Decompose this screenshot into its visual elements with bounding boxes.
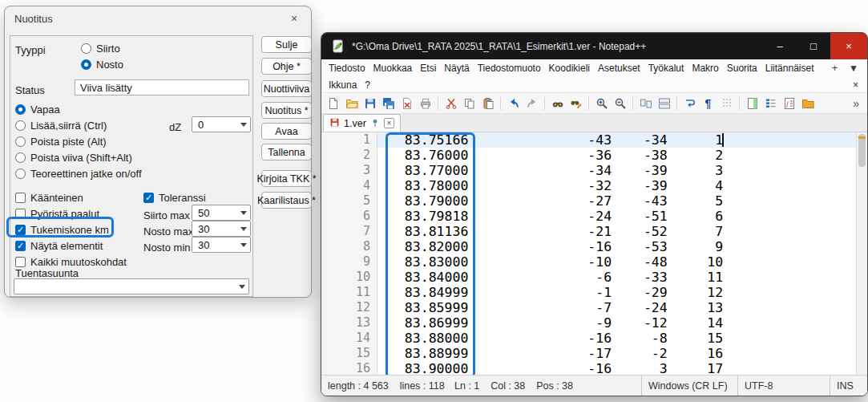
editor-line[interactable]: 4 83.78000 -32 -39 4 <box>321 178 856 193</box>
radio-vapaa[interactable]: Vapaa <box>15 102 60 116</box>
pin-icon[interactable] <box>370 116 380 131</box>
editor-line[interactable]: 2 83.76000 -36 -38 2 <box>321 148 856 163</box>
indent-guide-icon[interactable] <box>718 95 735 112</box>
editor-line[interactable]: 10 83.84000 -6 -33 11 <box>321 270 856 285</box>
editor-line[interactable]: 6 83.79818 -24 -51 6 <box>321 209 856 224</box>
copy-icon[interactable] <box>461 95 478 112</box>
radio-teoreettinen-jatke[interactable]: Teoreettinen jatke on/off <box>15 166 142 181</box>
dialog-titlebar[interactable]: Nuotitus × <box>5 6 311 30</box>
close-button[interactable]: × <box>830 33 867 59</box>
function-list-icon[interactable]: f <box>781 95 797 112</box>
avaa-button[interactable]: Avaa <box>261 123 312 140</box>
sync-scroll-v-icon[interactable] <box>637 95 654 112</box>
new-file-icon[interactable] <box>325 95 341 112</box>
menu-help[interactable]: ? <box>361 79 374 91</box>
editor-line[interactable]: 14 83.88000 -16 -8 15 <box>321 331 856 346</box>
editor-line[interactable]: 7 83.81136 -21 -52 7 <box>321 224 856 239</box>
show-symbols-icon[interactable]: ¶ <box>700 95 717 112</box>
undo-icon[interactable] <box>505 95 522 112</box>
menu-liitannaiset[interactable]: Liitännäiset <box>761 63 818 74</box>
sync-scroll-h-icon[interactable] <box>656 95 672 112</box>
menu-tyokalut[interactable]: Työkalut <box>644 63 688 74</box>
nosto-min-combobox[interactable]: 30 <box>192 237 251 253</box>
nuotitus-button[interactable]: Nuotitus * <box>261 102 312 119</box>
radio-siirto[interactable]: Siirto <box>81 41 120 55</box>
zoom-in-icon[interactable] <box>593 95 610 112</box>
editor-line[interactable]: 15 83.88999 -17 -2 16 <box>321 346 856 361</box>
kaarilistaus-button[interactable]: Kaarilistaus * <box>261 192 312 209</box>
checkbox-kaanteinen[interactable]: Käänteinen <box>15 190 83 205</box>
vertical-scrollbar[interactable] <box>856 132 867 375</box>
redo-icon[interactable] <box>523 95 540 112</box>
close-file-icon[interactable] <box>398 95 415 112</box>
nosto-max-combobox[interactable]: 30 <box>192 221 251 237</box>
paste-icon[interactable] <box>479 95 496 112</box>
menu-koodikieli[interactable]: Koodikieli <box>545 63 594 74</box>
open-file-icon[interactable] <box>343 95 360 112</box>
editor-line[interactable]: 11 83.84999 -1 -29 12 <box>321 285 856 300</box>
tallenna-button[interactable]: Tallenna <box>261 144 312 160</box>
editor-line[interactable]: 1 83.75166 -43 -34 1 <box>321 132 856 148</box>
radio-lisaa-siirra[interactable]: Lisää,siirrä (Ctrl) <box>15 118 107 132</box>
minimize-button[interactable]: – <box>763 33 797 59</box>
radio-label: Vapaa <box>30 104 60 116</box>
new-tab-button[interactable]: + <box>826 63 843 74</box>
menu-tiedostomuoto[interactable]: Tiedostomuoto <box>474 63 545 74</box>
status-encoding[interactable]: UTF-8 <box>737 376 830 396</box>
nuottiviiva-button[interactable]: Nuottiviiva <box>261 80 312 97</box>
doc-list-icon[interactable] <box>762 95 779 112</box>
menu-asetukset[interactable]: Asetukset <box>594 63 644 74</box>
editor-line[interactable]: 13 83.86999 -9 -12 14 <box>321 315 856 331</box>
editor-area[interactable]: 1 83.75166 -43 -34 1 2 83.76000 -36 -38 … <box>321 132 867 375</box>
dialog-close-icon[interactable]: × <box>287 11 301 26</box>
titlebar[interactable]: *G:\Oma Drive\1_RATA 2025\1_RATA\1_Esime… <box>321 33 867 59</box>
close-tab-icon[interactable]: × <box>847 79 864 91</box>
menu-ikkuna[interactable]: Ikkuna <box>325 79 361 91</box>
editor-line[interactable]: 8 83.82000 -16 -53 9 <box>321 239 856 254</box>
menu-muokkaa[interactable]: Muokkaa <box>369 63 417 74</box>
word-wrap-icon[interactable] <box>681 95 698 112</box>
dz-combobox[interactable]: 0 <box>192 116 251 132</box>
menu-etsi[interactable]: Etsi <box>416 63 440 74</box>
menu-makro[interactable]: Makro <box>688 63 722 74</box>
editor-line[interactable]: 5 83.79000 -27 -43 5 <box>321 193 856 209</box>
radio-poista-viiva[interactable]: Poista viiva (Shift+Alt) <box>15 150 132 164</box>
tab-list-icon[interactable]: ▼ <box>843 63 864 74</box>
checkbox-tukemiskone-km[interactable]: Tukemiskone km <box>15 222 109 237</box>
save-all-icon[interactable] <box>380 95 397 112</box>
save-icon[interactable] <box>361 95 378 112</box>
maximize-button[interactable]: □ <box>797 33 830 59</box>
toolbar-overflow-icon[interactable]: » <box>848 97 864 110</box>
siirto-max-combobox[interactable]: 50 <box>192 205 251 221</box>
tab-close-icon[interactable]: × <box>384 118 394 128</box>
radio-poista-piste[interactable]: Poista piste (Alt) <box>15 134 107 148</box>
replace-icon[interactable] <box>567 95 584 112</box>
menu-nayta[interactable]: Näytä <box>440 63 473 74</box>
folder-workspace-icon[interactable] <box>799 95 816 112</box>
cut-icon[interactable] <box>442 95 459 112</box>
window-controls: – □ × <box>763 33 867 59</box>
print-icon[interactable] <box>417 95 434 112</box>
editor-line[interactable]: 12 83.85999 -7 -24 13 <box>321 300 856 315</box>
sulje-button[interactable]: Sulje <box>261 36 312 53</box>
status-eol[interactable]: Windows (CR LF) <box>641 376 737 396</box>
status-insert-mode[interactable]: INS <box>830 376 867 396</box>
find-icon[interactable] <box>549 95 566 112</box>
editor-line[interactable]: 16 83.90000 -16 3 17 <box>321 361 856 375</box>
tab-1ver[interactable]: 1.ver × <box>323 114 401 132</box>
editor-line[interactable]: 9 83.83000 -10 -48 10 <box>321 254 856 270</box>
kirjoita-tkk-button[interactable]: Kirjoita TKK * <box>261 170 312 187</box>
menu-suorita[interactable]: Suorita <box>723 63 761 74</box>
radio-nosto[interactable]: Nosto <box>81 57 123 71</box>
menu-tiedosto[interactable]: Tiedosto <box>325 63 369 74</box>
ohje-button[interactable]: Ohje * <box>261 58 312 75</box>
status-field[interactable]: Viiva lisätty <box>75 79 249 95</box>
editor-line[interactable]: 3 83.77000 -34 -39 3 <box>321 163 856 178</box>
zoom-out-icon[interactable] <box>612 95 628 112</box>
checkbox-pyorista-paalut[interactable]: Pyöristä paalut <box>15 206 99 221</box>
tuentasuunta-combobox[interactable] <box>14 278 249 294</box>
checkbox-nayta-elementit[interactable]: Näytä elementit <box>15 238 103 253</box>
checkbox-toleranssi[interactable]: Toleranssi <box>143 190 206 205</box>
scrollbar-thumb[interactable] <box>858 134 866 167</box>
doc-map-icon[interactable] <box>744 95 761 112</box>
